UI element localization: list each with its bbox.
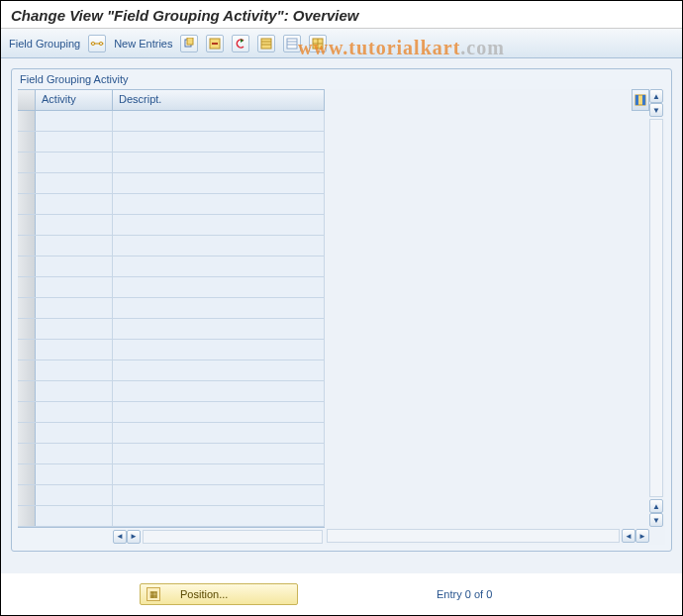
new-entries-button[interactable]: New Entries (114, 38, 172, 50)
row-selector[interactable] (18, 153, 36, 172)
svg-rect-4 (261, 39, 271, 49)
cell-descript[interactable] (113, 215, 325, 235)
row-selector[interactable] (18, 173, 36, 193)
row-selector[interactable] (18, 444, 36, 463)
scroll-right-icon[interactable]: ► (635, 529, 649, 543)
scroll-track[interactable] (143, 530, 323, 544)
groupbox-title: Field Grouping Activity (12, 69, 671, 89)
cell-activity[interactable] (36, 215, 113, 235)
cell-activity[interactable] (36, 381, 113, 401)
field-grouping-label[interactable]: Field Grouping (9, 38, 80, 50)
svg-rect-7 (287, 39, 297, 49)
deselect-all-icon[interactable] (283, 35, 301, 52)
row-selector[interactable] (18, 402, 36, 422)
row-selector[interactable] (18, 236, 36, 256)
row-selector[interactable] (18, 360, 36, 380)
scroll-left-icon[interactable]: ◄ (622, 529, 635, 543)
scroll-down-end-icon[interactable]: ▼ (649, 513, 663, 527)
row-selector[interactable] (18, 319, 36, 339)
cell-descript[interactable] (113, 444, 325, 463)
cell-descript[interactable] (113, 319, 325, 339)
glasses-icon[interactable] (88, 35, 106, 52)
cell-activity[interactable] (36, 132, 113, 152)
cell-descript[interactable] (113, 506, 325, 526)
cell-descript[interactable] (113, 132, 325, 152)
row-selector-header[interactable] (18, 90, 36, 110)
row-selector[interactable] (18, 215, 36, 235)
cell-descript[interactable] (113, 173, 325, 193)
cell-descript[interactable] (113, 360, 325, 380)
cell-activity[interactable] (36, 153, 113, 172)
delete-icon[interactable] (206, 35, 224, 52)
row-selector[interactable] (18, 257, 36, 276)
cell-activity[interactable] (36, 506, 113, 526)
cell-activity[interactable] (36, 298, 113, 318)
column-header-activity[interactable]: Activity (36, 90, 113, 110)
table-row (18, 485, 325, 506)
cell-descript[interactable] (113, 402, 325, 422)
row-selector[interactable] (18, 485, 36, 505)
cell-activity[interactable] (36, 173, 113, 193)
cell-activity[interactable] (36, 111, 113, 131)
cell-descript[interactable] (113, 340, 325, 359)
horizontal-scrollbar-right: ◄ ► (325, 527, 649, 545)
column-header-descript[interactable]: Descript. (113, 90, 325, 110)
row-selector[interactable] (18, 506, 36, 526)
row-selector[interactable] (18, 464, 36, 484)
table-settings-icon[interactable] (309, 35, 327, 52)
cell-descript[interactable] (113, 464, 325, 484)
cell-descript[interactable] (113, 423, 325, 443)
cell-activity[interactable] (36, 319, 113, 339)
scroll-up-icon[interactable]: ▲ (649, 89, 663, 103)
cell-descript[interactable] (113, 257, 325, 276)
cell-descript[interactable] (113, 381, 325, 401)
cell-descript[interactable] (113, 111, 325, 131)
cell-activity[interactable] (36, 360, 113, 380)
row-selector[interactable] (18, 381, 36, 401)
row-selector[interactable] (18, 132, 36, 152)
cell-descript[interactable] (113, 298, 325, 318)
cell-descript[interactable] (113, 485, 325, 505)
table-row (18, 298, 325, 319)
table-control: Activity Descript. ◄ ► ▲ ▼ (18, 89, 665, 545)
cell-activity[interactable] (36, 236, 113, 256)
row-selector[interactable] (18, 298, 36, 318)
copy-icon[interactable] (180, 35, 198, 52)
cell-activity[interactable] (36, 277, 113, 297)
table-row (18, 319, 325, 340)
row-selector[interactable] (18, 423, 36, 443)
position-button[interactable]: ▦ Position... (140, 583, 298, 605)
svg-rect-3 (212, 43, 218, 45)
scroll-left-icon[interactable]: ◄ (113, 530, 127, 544)
cell-activity[interactable] (36, 444, 113, 463)
cell-descript[interactable] (113, 236, 325, 256)
select-all-icon[interactable] (257, 35, 275, 52)
scroll-right-icon[interactable]: ► (127, 530, 141, 544)
cell-activity[interactable] (36, 402, 113, 422)
scroll-up-end-icon[interactable]: ▲ (649, 499, 663, 513)
cell-descript[interactable] (113, 153, 325, 172)
table-row (18, 111, 325, 132)
configure-columns-icon[interactable] (632, 89, 649, 111)
row-selector[interactable] (18, 194, 36, 214)
undo-icon[interactable] (232, 35, 249, 52)
cell-activity[interactable] (36, 194, 113, 214)
cell-descript[interactable] (113, 277, 325, 297)
cell-descript[interactable] (113, 194, 325, 214)
table-row (18, 236, 325, 257)
row-selector[interactable] (18, 277, 36, 297)
scroll-track[interactable] (649, 119, 663, 497)
cell-activity[interactable] (36, 257, 113, 276)
cell-activity[interactable] (36, 485, 113, 505)
cell-activity[interactable] (36, 340, 113, 359)
vertical-scrollbar: ▲ ▼ ▲ ▼ (649, 89, 665, 527)
position-label: Position... (180, 588, 228, 600)
row-selector[interactable] (18, 340, 36, 359)
row-selector[interactable] (18, 111, 36, 131)
table-row (18, 194, 325, 215)
cell-activity[interactable] (36, 423, 113, 443)
cell-activity[interactable] (36, 464, 113, 484)
scroll-track[interactable] (327, 529, 620, 543)
page-title: Change View "Field Grouping Activity": O… (1, 1, 682, 29)
scroll-down-icon[interactable]: ▼ (649, 103, 663, 117)
